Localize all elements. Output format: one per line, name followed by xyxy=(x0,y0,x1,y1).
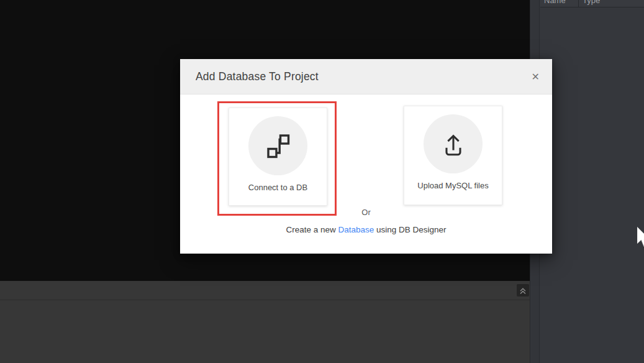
or-separator: Or xyxy=(180,208,552,217)
app-screen: No data found. Please run the query. Nam… xyxy=(0,0,644,363)
upload-tray-arrow-icon xyxy=(439,130,468,159)
upload-mysql-files-card[interactable]: Upload MySQL files xyxy=(404,106,502,205)
icon-circle xyxy=(424,114,483,173)
icon-circle xyxy=(248,116,307,175)
add-database-modal: Add Database To Project ✕ Connect to a D… xyxy=(180,59,552,254)
results-panel: No data found. Please run the query. xyxy=(0,300,530,363)
mouse-pointer-icon xyxy=(637,227,644,250)
modal-title: Add Database To Project xyxy=(196,59,319,94)
modal-body: Connect to a DB Upload MySQL files Or xyxy=(180,94,552,254)
column-header-type: Type xyxy=(583,0,600,5)
collapse-panel-button[interactable] xyxy=(517,284,529,296)
schema-table-header: Name Type xyxy=(540,0,644,7)
db-connection-icon xyxy=(263,131,293,161)
connect-to-db-card[interactable]: Connect to a DB xyxy=(229,108,327,206)
footer-suffix: using DB Designer xyxy=(374,225,446,234)
column-header-name: Name xyxy=(544,0,566,5)
card-label: Upload MySQL files xyxy=(417,181,488,190)
database-link[interactable]: Database xyxy=(338,225,374,234)
create-db-footer: Create a new Database using DB Designer xyxy=(180,225,552,234)
results-toolbar xyxy=(0,281,530,300)
modal-header: Add Database To Project ✕ xyxy=(180,59,552,94)
card-label: Connect to a DB xyxy=(248,183,307,192)
close-icon[interactable]: ✕ xyxy=(532,59,540,94)
double-chevron-up-icon xyxy=(518,285,528,295)
column-divider xyxy=(578,0,579,7)
footer-prefix: Create a new xyxy=(286,225,338,234)
